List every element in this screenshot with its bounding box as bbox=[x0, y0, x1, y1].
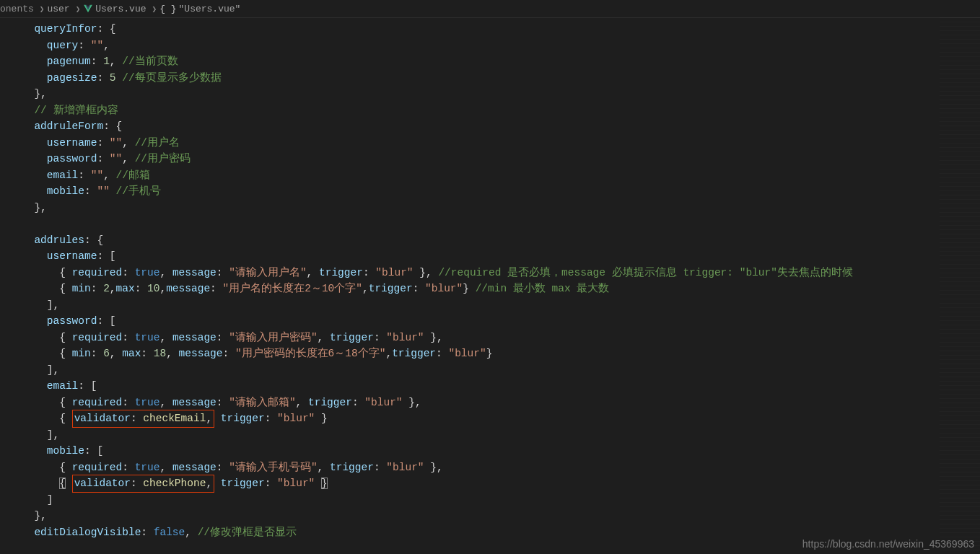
chevron-right-icon: ❯ bbox=[152, 4, 157, 14]
highlight-validator-phone: validator: checkPhone, bbox=[72, 475, 214, 493]
chevron-right-icon: ❯ bbox=[76, 4, 81, 14]
vue-file-icon bbox=[83, 4, 93, 14]
code-area[interactable]: queryInfor: { query: "", pagenum: 1, //当… bbox=[22, 18, 980, 554]
breadcrumb-seg-symbol[interactable]: "Users.vue" bbox=[179, 4, 241, 14]
object-icon: { } bbox=[159, 4, 176, 14]
chevron-right-icon: ❯ bbox=[40, 4, 45, 14]
breadcrumb-seg-user[interactable]: user bbox=[47, 4, 69, 14]
breadcrumb-seg-file[interactable]: Users.vue bbox=[95, 4, 146, 14]
breadcrumb-seg-components[interactable]: onents bbox=[0, 4, 34, 14]
gutter bbox=[0, 18, 22, 554]
breadcrumb: onents ❯ user ❯ Users.vue ❯ { } "Users.v… bbox=[0, 0, 980, 18]
watermark: https://blog.csdn.net/weixin_45369963 bbox=[802, 538, 974, 550]
highlight-validator-email: validator: checkEmail, bbox=[72, 410, 214, 428]
editor[interactable]: queryInfor: { query: "", pagenum: 1, //当… bbox=[0, 18, 980, 554]
